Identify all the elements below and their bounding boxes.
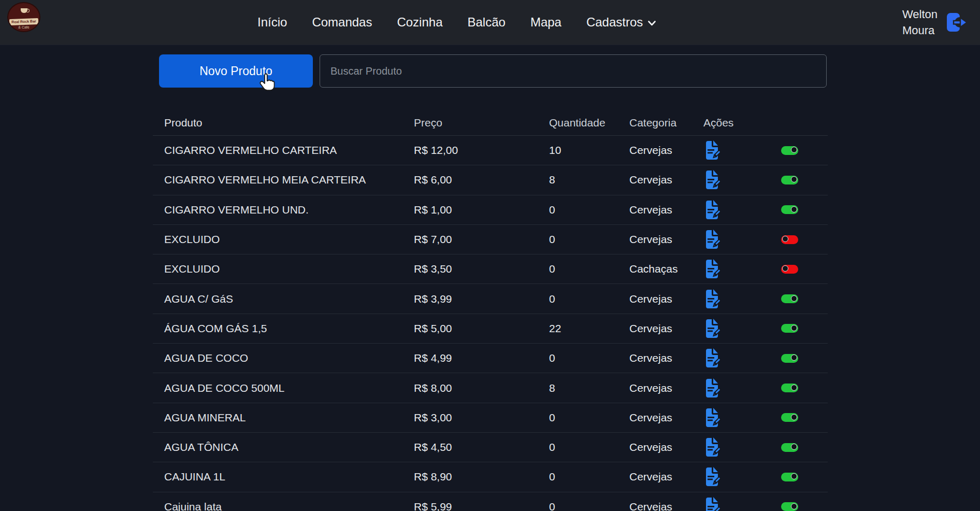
nav-item-inicio[interactable]: Início: [257, 15, 287, 30]
new-product-button[interactable]: Novo Produto: [159, 54, 313, 88]
cell-categoria: Cervejas: [629, 174, 703, 186]
edit-product-button[interactable]: [703, 408, 721, 428]
toggle-knob: [791, 354, 797, 361]
brand-name: Real Rock Bar: [9, 18, 38, 25]
cell-quantidade: 0: [549, 411, 629, 424]
edit-product-button[interactable]: [703, 170, 721, 190]
logout-icon[interactable]: [945, 10, 969, 34]
nav-item-cozinha[interactable]: Cozinha: [397, 15, 442, 30]
table-row: AGUA C/ GáS R$ 3,99 0 Cervejas: [153, 284, 828, 314]
cell-preco: R$ 6,00: [414, 174, 549, 186]
cell-acoes: [703, 408, 828, 428]
file-pen-icon: [703, 230, 721, 249]
cell-acoes: [703, 319, 828, 338]
user-name: Welton Moura: [902, 6, 938, 38]
col-header-preco: Preço: [414, 117, 549, 129]
edit-product-button[interactable]: [703, 467, 721, 487]
cell-quantidade: 8: [549, 174, 629, 186]
edit-product-button[interactable]: [703, 230, 721, 249]
cell-acoes: [703, 437, 828, 457]
cell-categoria: Cervejas: [629, 322, 703, 335]
table-row: EXCLUIDO R$ 7,00 0 Cervejas: [153, 225, 828, 254]
active-toggle[interactable]: [781, 473, 798, 481]
nav-item-balcao[interactable]: Balcão: [468, 15, 506, 30]
active-toggle[interactable]: [781, 443, 798, 452]
table-row: CIGARRO VERMELHO CARTEIRA R$ 12,00 10 Ce…: [153, 136, 828, 165]
cell-acoes: [703, 140, 828, 160]
cell-produto: AGUA DE COCO 500ML: [153, 382, 414, 394]
search-input[interactable]: [320, 55, 826, 87]
cell-quantidade: 8: [549, 382, 629, 394]
cell-quantidade: 0: [549, 233, 629, 246]
brand-logo[interactable]: Real Rock Bar & Cafe: [7, 2, 40, 32]
file-pen-icon: [703, 408, 721, 428]
edit-product-button[interactable]: [703, 378, 721, 398]
active-toggle[interactable]: [781, 384, 798, 392]
edit-product-button[interactable]: [703, 200, 721, 220]
active-toggle[interactable]: [781, 205, 798, 214]
cell-categoria: Cervejas: [629, 293, 703, 305]
active-toggle[interactable]: [781, 146, 798, 155]
toggle-knob: [791, 206, 797, 212]
cell-produto: Cajuina lata: [153, 501, 414, 511]
cell-preco: R$ 1,00: [414, 204, 549, 216]
file-pen-icon: [703, 437, 721, 457]
cell-quantidade: 0: [549, 263, 629, 275]
cell-categoria: Cervejas: [629, 352, 703, 364]
cell-quantidade: 10: [549, 144, 629, 157]
coffee-cup-icon: [21, 8, 27, 13]
active-toggle[interactable]: [781, 413, 798, 422]
cell-quantidade: 0: [549, 204, 629, 216]
active-toggle[interactable]: [781, 265, 798, 274]
cell-categoria: Cervejas: [629, 501, 703, 511]
toggle-knob: [791, 414, 797, 420]
file-pen-icon: [703, 170, 721, 190]
table-row: AGUA TÔNICA R$ 4,50 0 Cervejas: [153, 433, 828, 462]
active-toggle[interactable]: [781, 324, 798, 333]
cell-produto: CIGARRO VERMELHO CARTEIRA: [153, 144, 414, 157]
main-nav: Início Comandas Cozinha Balcão Mapa Cada…: [257, 0, 656, 45]
col-header-categoria: Categoria: [629, 117, 703, 129]
nav-dropdown-cadastros[interactable]: Cadastros: [586, 15, 656, 30]
file-pen-icon: [703, 140, 721, 160]
cell-produto: AGUA TÔNICA: [153, 441, 414, 453]
col-header-produto: Produto: [153, 117, 414, 129]
cell-preco: R$ 3,50: [414, 263, 549, 275]
edit-product-button[interactable]: [703, 348, 721, 368]
cell-quantidade: 0: [549, 441, 629, 453]
table-row: AGUA DE COCO R$ 4,99 0 Cervejas: [153, 344, 828, 373]
nav-item-mapa[interactable]: Mapa: [530, 15, 561, 30]
active-toggle[interactable]: [781, 502, 798, 511]
edit-product-button[interactable]: [703, 289, 721, 309]
table-row: EXCLUIDO R$ 3,50 0 Cachaças: [153, 254, 828, 284]
toggle-knob: [791, 473, 797, 479]
active-toggle[interactable]: [781, 176, 798, 184]
edit-product-button[interactable]: [703, 259, 721, 279]
active-toggle[interactable]: [781, 235, 798, 244]
edit-product-button[interactable]: [703, 319, 721, 338]
cell-acoes: [703, 467, 828, 487]
edit-product-button[interactable]: [703, 140, 721, 160]
nav-item-comandas[interactable]: Comandas: [312, 15, 372, 30]
col-header-acoes: Ações: [703, 117, 828, 129]
table-row: CIGARRO VERMELHO MEIA CARTEIRA R$ 6,00 8…: [153, 165, 828, 195]
cell-preco: R$ 3,00: [414, 411, 549, 424]
cell-preco: R$ 5,00: [414, 322, 549, 335]
cell-preco: R$ 4,50: [414, 441, 549, 453]
table-row: Cajuina lata R$ 5,99 0 Cervejas: [153, 492, 828, 511]
table-row: AGUA DE COCO 500ML R$ 8,00 8 Cervejas: [153, 373, 828, 403]
cell-produto: CIGARRO VERMELHO MEIA CARTEIRA: [153, 174, 414, 186]
edit-product-button[interactable]: [703, 497, 721, 511]
edit-product-button[interactable]: [703, 437, 721, 457]
toggle-knob: [791, 503, 797, 509]
toggle-knob: [791, 295, 797, 302]
cell-acoes: [703, 289, 828, 309]
cell-categoria: Cervejas: [629, 144, 703, 157]
cell-quantidade: 22: [549, 322, 629, 335]
active-toggle[interactable]: [781, 294, 798, 303]
cell-quantidade: 0: [549, 352, 629, 364]
file-pen-icon: [703, 289, 721, 309]
active-toggle[interactable]: [781, 354, 798, 363]
cell-preco: R$ 3,99: [414, 293, 549, 305]
cell-produto: CIGARRO VERMELHO UND.: [153, 204, 414, 216]
